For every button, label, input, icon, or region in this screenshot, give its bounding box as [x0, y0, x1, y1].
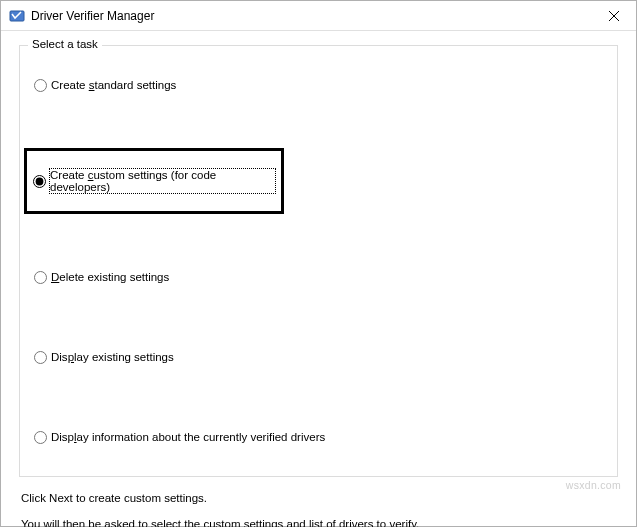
- instruction-line-2: You will then be asked to select the cus…: [21, 515, 616, 527]
- radio-create-standard[interactable]: Create standard settings: [34, 76, 603, 94]
- radio-create-custom[interactable]: Create custom settings (for code develop…: [33, 169, 275, 193]
- content-area: Select a task Create standard settings C…: [1, 31, 636, 527]
- radio-label-display-existing: Display existing settings: [51, 351, 174, 363]
- groupbox-legend: Select a task: [28, 38, 102, 50]
- radio-label-create-custom: Create custom settings (for code develop…: [50, 169, 275, 193]
- radio-delete-existing[interactable]: Delete existing settings: [34, 268, 603, 286]
- window-frame: Driver Verifier Manager Select a task Cr…: [0, 0, 637, 527]
- radio-input-create-standard[interactable]: [34, 79, 47, 92]
- radio-input-display-information[interactable]: [34, 431, 47, 444]
- close-button[interactable]: [591, 1, 636, 30]
- radio-display-information[interactable]: Display information about the currently …: [34, 428, 603, 446]
- radio-input-display-existing[interactable]: [34, 351, 47, 364]
- radio-display-existing[interactable]: Display existing settings: [34, 348, 603, 366]
- radio-label-display-information: Display information about the currently …: [51, 431, 325, 443]
- highlighted-selection: Create custom settings (for code develop…: [24, 148, 284, 214]
- instruction-line-1: Click Next to create custom settings.: [21, 489, 616, 509]
- window-title: Driver Verifier Manager: [31, 9, 591, 23]
- task-groupbox: Select a task Create standard settings C…: [19, 45, 618, 477]
- radio-label-create-standard: Create standard settings: [51, 79, 176, 91]
- titlebar: Driver Verifier Manager: [1, 1, 636, 31]
- app-icon: [9, 8, 25, 24]
- close-icon: [609, 11, 619, 21]
- instructions-block: Click Next to create custom settings. Yo…: [21, 489, 616, 527]
- radio-input-delete-existing[interactable]: [34, 271, 47, 284]
- radio-label-delete-existing: Delete existing settings: [51, 271, 169, 283]
- radio-input-create-custom[interactable]: [33, 175, 46, 188]
